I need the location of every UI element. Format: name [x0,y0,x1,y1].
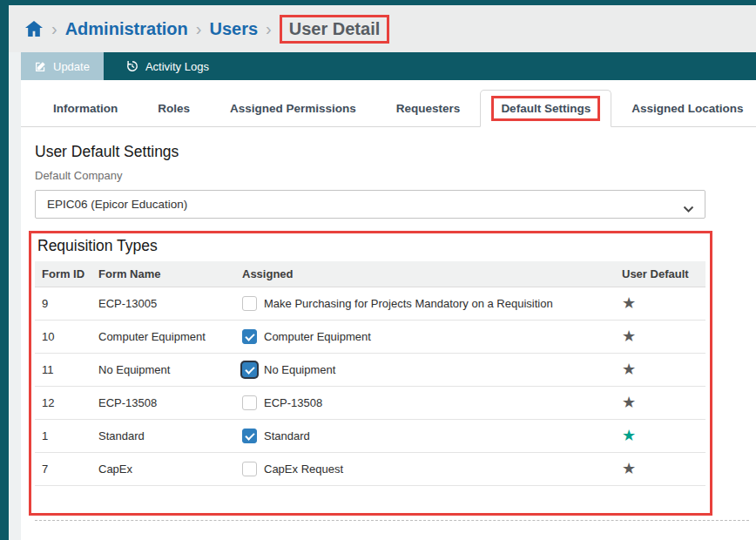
requisition-types-table: Form ID Form Name Assigned User Default … [35,261,705,486]
user-default-star-icon[interactable]: ★ [622,460,636,477]
tab-annotation-box: Roles [158,102,190,115]
breadcrumb: › Administration › Users › User Detail [9,5,756,52]
user-default-cell: ★ [618,419,705,452]
column-header-form-id: Form ID [35,261,91,287]
column-header-form-name: Form Name [91,261,235,287]
tab-assigned-locations[interactable]: Assigned Locations [611,90,756,126]
table-row: 11 No Equipment No Equipment ★ [35,353,705,386]
assigned-checkbox[interactable] [242,296,257,311]
tab-bar: Information Roles Assigned Permissions R… [21,90,756,127]
assigned-checkbox[interactable] [242,362,257,377]
edit-icon [35,61,46,72]
window-frame-left [0,0,9,540]
breadcrumb-separator: › [196,19,202,39]
assigned-checkbox[interactable] [242,462,257,476]
table-row: 9 ECP-13005 Make Purchasing for Projects… [35,287,705,320]
section-divider [35,520,749,521]
assigned-checkbox[interactable] [242,395,257,410]
column-header-assigned: Assigned [235,261,618,287]
breadcrumb-separator: › [266,19,272,39]
breadcrumb-link-administration[interactable]: Administration [65,19,188,39]
home-icon[interactable] [24,20,44,37]
tab-label: Default Settings [501,102,591,115]
update-button[interactable]: Update [21,52,104,80]
form-id-cell: 9 [35,287,91,320]
activity-logs-button[interactable]: Activity Logs [112,52,223,80]
tab-information[interactable]: Information [33,90,138,126]
user-default-cell: ★ [618,320,705,353]
tab-default-settings[interactable]: Default Settings [480,90,611,127]
form-id-cell: 1 [35,419,91,452]
assigned-label: No Equipment [264,363,335,376]
table-row: 12 ECP-13508 ECP-13508 ★ [35,386,705,419]
user-default-cell: ★ [618,287,705,320]
update-button-label: Update [53,60,90,73]
table-row: 7 CapEx CapEx Request ★ [35,452,705,485]
tab-label: Assigned Locations [631,102,743,115]
form-id-cell: 12 [35,386,91,419]
tab-annotation-box: Assigned Permissions [230,102,356,115]
annotation-box-breadcrumb: User Detail [280,15,390,44]
tab-annotation-box: Information [53,102,118,115]
assigned-label: Standard [264,429,310,442]
form-name-cell: ECP-13508 [91,386,235,419]
assigned-label: Make Purchasing for Projects Mandatory o… [264,297,553,310]
tab-label: Information [53,102,118,115]
table-header-row: Form ID Form Name Assigned User Default [35,261,705,287]
assigned-label: CapEx Request [264,462,343,476]
tab-annotation-box: Requesters [396,102,461,115]
form-id-cell: 10 [35,320,91,353]
action-toolbar: Update Activity Logs [21,52,756,80]
breadcrumb-current-page: User Detail [289,19,381,38]
assigned-cell: Make Purchasing for Projects Mandatory o… [235,287,618,320]
user-default-star-icon[interactable]: ★ [622,394,636,411]
default-company-label: Default Company [35,169,122,182]
annotation-box-requisition-types: Requisition Types Form ID Form Name Assi… [29,231,712,516]
tab-assigned-permissions[interactable]: Assigned Permissions [210,90,376,126]
user-default-cell: ★ [618,452,705,485]
user-default-star-icon[interactable]: ★ [622,361,636,378]
tab-label: Assigned Permissions [230,102,356,115]
form-name-cell: No Equipment [91,353,235,386]
breadcrumb-separator: › [51,19,57,39]
tab-roles[interactable]: Roles [138,90,210,126]
assigned-cell: CapEx Request [235,452,618,485]
tab-annotation-box: Default Settings [491,96,600,121]
assigned-checkbox[interactable] [242,429,257,443]
assigned-label: Computer Equipment [264,330,371,343]
assigned-cell: Computer Equipment [235,320,618,353]
tab-label: Roles [158,102,190,115]
left-gutter [9,52,21,540]
activity-logs-label: Activity Logs [145,60,209,73]
assigned-checkbox[interactable] [242,329,257,344]
assigned-cell: ECP-13508 [235,386,618,419]
assigned-cell: Standard [235,419,618,452]
form-name-cell: CapEx [91,452,235,485]
assigned-cell: No Equipment [235,353,618,386]
content-panel: Information Roles Assigned Permissions R… [21,80,756,540]
user-default-cell: ★ [618,386,705,419]
tab-label: Requesters [396,102,461,115]
column-header-user-default: User Default [618,261,705,287]
table-row: 10 Computer Equipment Computer Equipment… [35,320,705,353]
requisition-types-title: Requisition Types [37,237,710,255]
page-title: User Default Settings [35,143,179,161]
default-company-field: EPIC06 (Epicor Education) [35,190,705,219]
user-default-star-icon[interactable]: ★ [622,327,636,345]
form-id-cell: 11 [35,353,91,386]
tab-requesters[interactable]: Requesters [376,90,481,126]
requisition-rows: 9 ECP-13005 Make Purchasing for Projects… [35,287,705,485]
user-default-cell: ★ [618,353,705,386]
user-default-star-icon[interactable]: ★ [622,294,636,312]
breadcrumb-link-users[interactable]: Users [209,19,258,39]
form-name-cell: Standard [91,419,235,452]
user-default-star-icon[interactable]: ★ [622,427,636,444]
form-id-cell: 7 [35,452,91,485]
assigned-label: ECP-13508 [264,396,322,409]
tab-annotation-box: Assigned Locations [631,102,743,115]
history-icon [126,60,138,72]
default-company-select[interactable]: EPIC06 (Epicor Education) [35,190,705,219]
table-row: 1 Standard Standard ★ [35,419,705,452]
window-frame-top [0,0,756,5]
form-name-cell: Computer Equipment [91,320,235,353]
